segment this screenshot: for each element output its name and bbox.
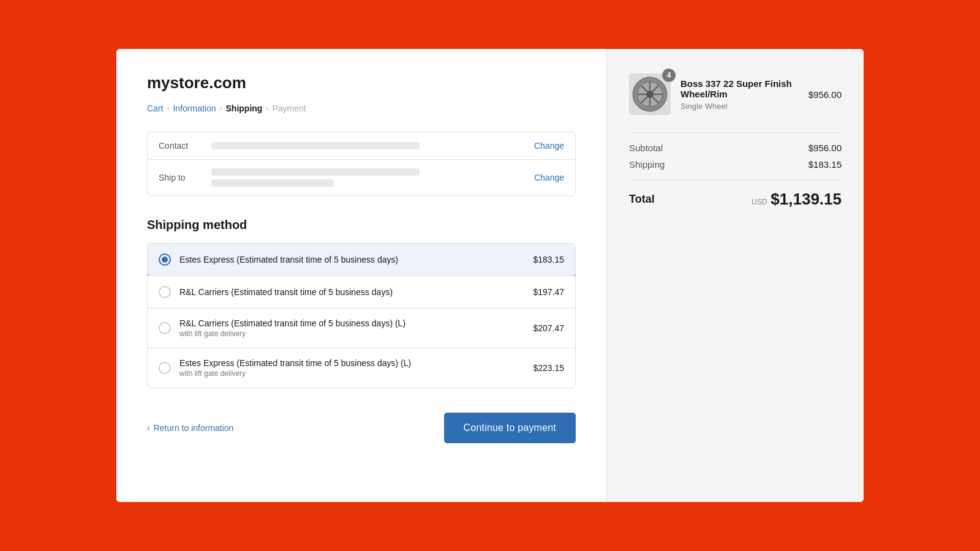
option-name-1: R&L Carriers (Estimated transit time of … (179, 287, 524, 297)
option-label-2: R&L Carriers (Estimated transit time of … (179, 318, 524, 338)
breadcrumb-information[interactable]: Information (173, 103, 216, 113)
contact-value (211, 142, 524, 149)
back-chevron-icon: ‹ (147, 423, 150, 433)
option-label-0: Estes Express (Estimated transit time of… (179, 255, 524, 264)
radio-0 (159, 253, 171, 266)
radio-3 (159, 362, 171, 374)
subtotal-value: $956.00 (809, 143, 842, 153)
breadcrumb-sep-1: › (167, 104, 169, 113)
radio-inner-0 (162, 257, 168, 263)
right-panel: 4 Boss 337 22 Super Finish Wheel/Rim Sin… (606, 49, 864, 502)
breadcrumb-sep-3: › (266, 104, 268, 113)
contact-placeholder (211, 142, 420, 149)
product-price: $956.00 (809, 89, 842, 100)
shipping-option-0[interactable]: Estes Express (Estimated transit time of… (147, 243, 576, 276)
product-variant: Single Wheel (680, 102, 799, 111)
shipping-method-title: Shipping method (147, 218, 576, 232)
option-name-0: Estes Express (Estimated transit time of… (179, 255, 524, 264)
option-price-2: $207.47 (533, 323, 564, 333)
total-row: Total USD $1,139.15 (629, 190, 842, 209)
product-row: 4 Boss 337 22 Super Finish Wheel/Rim Sin… (629, 73, 842, 115)
total-right: USD $1,139.15 (752, 190, 842, 209)
shipping-option-1[interactable]: R&L Carriers (Estimated transit time of … (148, 276, 575, 308)
shipping-option-2[interactable]: R&L Carriers (Estimated transit time of … (148, 308, 575, 348)
ship-to-placeholder-2 (211, 179, 334, 187)
divider-2 (629, 179, 842, 180)
product-name: Boss 337 22 Super Finish Wheel/Rim (680, 78, 799, 99)
option-label-3: Estes Express (Estimated transit time of… (179, 358, 524, 378)
ship-to-change-link[interactable]: Change (534, 173, 564, 182)
ship-to-placeholder-1 (211, 168, 420, 176)
radio-1 (159, 286, 171, 298)
divider-1 (629, 132, 842, 133)
total-currency: USD (752, 198, 767, 206)
product-quantity-badge: 4 (662, 69, 676, 82)
main-container: mystore.com Cart › Information › Shippin… (116, 49, 864, 502)
breadcrumb-shipping: Shipping (226, 103, 263, 113)
left-panel: mystore.com Cart › Information › Shippin… (116, 49, 606, 502)
product-image-wrap: 4 (629, 73, 671, 115)
ship-to-row: Ship to Change (148, 159, 575, 195)
total-label: Total (629, 193, 655, 206)
shipping-option-3[interactable]: Estes Express (Estimated transit time of… (148, 348, 575, 388)
wheel-icon (631, 76, 668, 113)
subtotal-row: Subtotal $956.00 (629, 143, 842, 153)
option-price-3: $223.15 (533, 363, 564, 373)
info-box: Contact Change Ship to Change (147, 132, 576, 196)
shipping-label: Shipping (629, 159, 665, 170)
option-price-0: $183.15 (533, 255, 564, 264)
shipping-value: $183.15 (809, 159, 842, 170)
breadcrumb-sep-2: › (220, 104, 222, 113)
back-link[interactable]: ‹ Return to information (147, 423, 233, 433)
breadcrumb-cart[interactable]: Cart (147, 103, 163, 113)
total-amount: $1,139.15 (771, 190, 842, 209)
option-name-3: Estes Express (Estimated transit time of… (179, 358, 524, 368)
option-price-1: $197.47 (533, 287, 564, 297)
ship-to-label: Ship to (159, 173, 202, 182)
option-name-2: R&L Carriers (Estimated transit time of … (179, 318, 524, 328)
breadcrumb: Cart › Information › Shipping › Payment (147, 103, 576, 113)
subtotal-label: Subtotal (629, 143, 663, 153)
product-info: Boss 337 22 Super Finish Wheel/Rim Singl… (680, 78, 799, 111)
breadcrumb-payment: Payment (272, 103, 306, 113)
option-subtitle-2: with lift gate delivery (179, 329, 524, 338)
contact-change-link[interactable]: Change (534, 141, 564, 151)
contact-row: Contact Change (148, 132, 575, 159)
continue-button[interactable]: Continue to payment (444, 413, 576, 443)
store-title: mystore.com (147, 73, 576, 92)
radio-2 (159, 322, 171, 334)
shipping-options: Estes Express (Estimated transit time of… (147, 243, 576, 388)
option-subtitle-3: with lift gate delivery (179, 369, 524, 378)
shipping-row: Shipping $183.15 (629, 159, 842, 170)
ship-to-value (211, 168, 524, 187)
back-link-label: Return to information (154, 423, 234, 433)
contact-label: Contact (159, 141, 202, 151)
form-footer: ‹ Return to information Continue to paym… (147, 413, 576, 443)
option-label-1: R&L Carriers (Estimated transit time of … (179, 287, 524, 297)
